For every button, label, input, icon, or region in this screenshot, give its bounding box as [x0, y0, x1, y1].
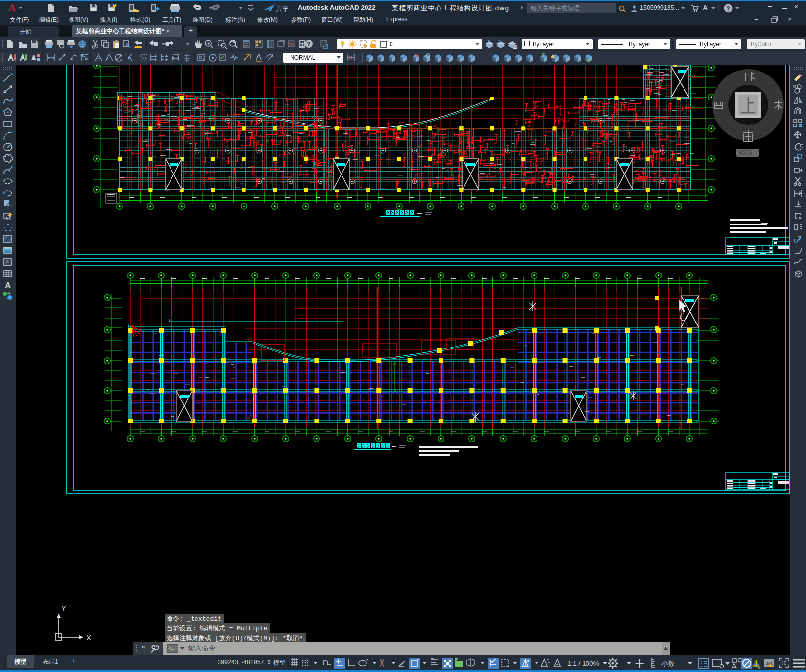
svg-text:小数: 小数	[661, 660, 675, 667]
svg-text:1:1 / 100%: 1:1 / 100%	[567, 660, 599, 667]
svg-text:A: A	[5, 281, 11, 290]
svg-text:?: ?	[307, 41, 310, 48]
svg-text:X: X	[86, 633, 91, 642]
svg-text:0: 0	[390, 41, 393, 48]
svg-text:WCS: WCS	[738, 149, 752, 156]
svg-text:?: ?	[726, 5, 730, 12]
svg-text:Y: Y	[61, 604, 66, 612]
